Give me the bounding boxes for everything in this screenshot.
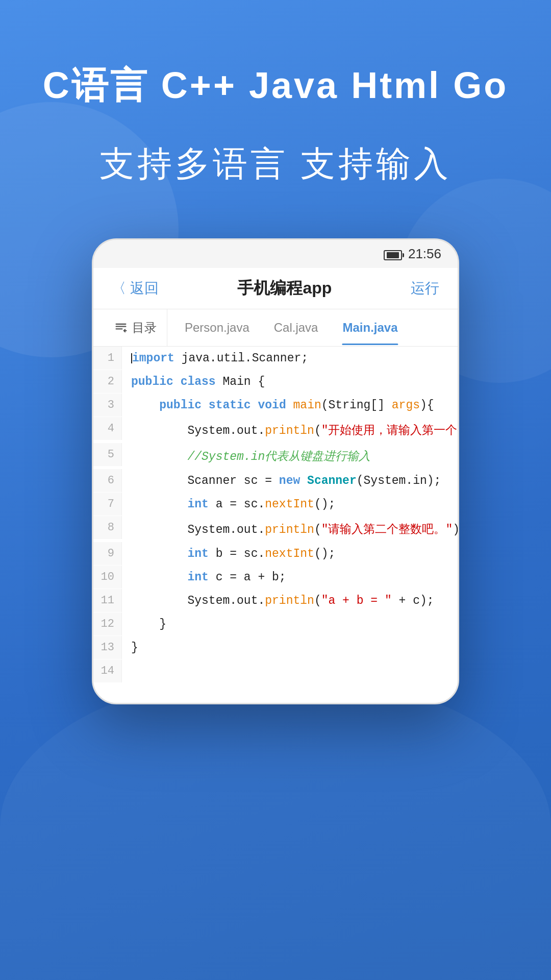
code-line-6: 6 Scanner sc = new Scanner(System.in); bbox=[93, 469, 458, 493]
directory-tab[interactable]: 目录 bbox=[104, 309, 167, 346]
tab-cal-java[interactable]: Cal.java bbox=[262, 310, 331, 345]
code-line-8: 8 System.out.println("请输入第二个整数吧。"); bbox=[93, 516, 458, 542]
code-line-5: 5 //System.in代表从键盘进行输入 bbox=[93, 443, 458, 469]
main-content: C语言 C++ Java Html Go 支持多语言 支持输入 21:56 〈 … bbox=[0, 0, 551, 704]
code-line-14: 14 bbox=[93, 659, 458, 682]
app-title: 手机编程app bbox=[237, 277, 332, 300]
code-line-9: 9 int b = sc.nextInt(); bbox=[93, 542, 458, 566]
bg-wave bbox=[0, 674, 551, 980]
code-line-4: 4 System.out.println("开始使用，请输入第一个整数吧。"); bbox=[93, 417, 458, 443]
app-navbar: 〈 返回 手机编程app 运行 bbox=[93, 268, 458, 309]
tab-main-java[interactable]: Main.java bbox=[330, 310, 410, 345]
battery-icon bbox=[384, 250, 402, 260]
tab-person-java[interactable]: Person.java bbox=[172, 310, 262, 345]
directory-icon bbox=[114, 321, 128, 335]
tab-bar: 目录 Person.java Cal.java Main.java bbox=[93, 309, 458, 347]
code-line-3: 3 public static void main(String[] args)… bbox=[93, 394, 458, 417]
back-button[interactable]: 〈 返回 bbox=[112, 279, 159, 298]
code-editor[interactable]: 1 import java.util.Scanner; 2 public cla… bbox=[93, 347, 458, 682]
code-line-13: 13 } bbox=[93, 636, 458, 659]
phone-status-bar: 21:56 bbox=[93, 240, 458, 268]
run-button[interactable]: 运行 bbox=[411, 279, 439, 298]
directory-label: 目录 bbox=[132, 320, 157, 336]
time-display: 21:56 bbox=[408, 246, 441, 262]
phone-bottom-pad bbox=[93, 682, 458, 703]
languages-headline: C语言 C++ Java Html Go bbox=[43, 61, 508, 110]
code-line-1: 1 import java.util.Scanner; bbox=[93, 347, 458, 370]
code-line-12: 12 } bbox=[93, 612, 458, 636]
phone-mockup: 21:56 〈 返回 手机编程app 运行 目录 Person.java bbox=[92, 238, 459, 704]
code-line-11: 11 System.out.println("a + b = " + c); bbox=[93, 589, 458, 612]
subtitle-headline: 支持多语言 支持输入 bbox=[99, 141, 452, 187]
code-line-2: 2 public class Main { bbox=[93, 370, 458, 394]
code-line-7: 7 int a = sc.nextInt(); bbox=[93, 493, 458, 516]
battery-indicator bbox=[384, 246, 402, 262]
code-line-10: 10 int c = a + b; bbox=[93, 566, 458, 589]
battery-level bbox=[387, 252, 399, 258]
